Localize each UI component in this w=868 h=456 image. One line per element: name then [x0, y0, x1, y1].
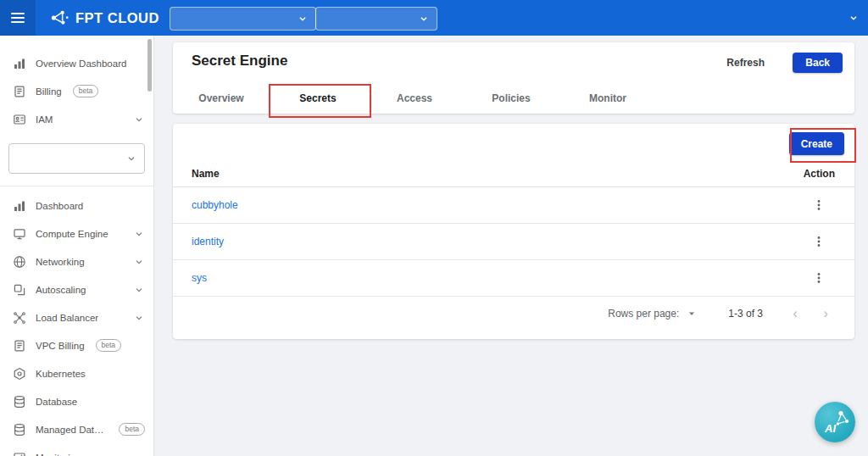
project-select[interactable] — [315, 7, 437, 31]
refresh-button[interactable]: Refresh — [726, 57, 765, 69]
name-column-header: Name — [192, 168, 220, 180]
billing-icon — [13, 85, 26, 98]
row-actions-kebab-icon[interactable] — [812, 235, 826, 248]
sidebar-item-label: Managed Database — [36, 425, 108, 435]
org-select[interactable] — [170, 7, 316, 31]
rows-per-page-caret-icon[interactable] — [686, 308, 698, 320]
next-page-icon[interactable]: › — [817, 305, 834, 322]
secret-engine-link-identity[interactable]: identity — [192, 236, 224, 247]
sidebar-item-label: Kubernetes — [36, 369, 86, 379]
sidebar-item-dashboard[interactable]: Dashboard — [0, 192, 153, 220]
previous-page-icon[interactable]: ‹ — [787, 305, 804, 322]
sidebar-item-label: Compute Engine — [36, 229, 108, 239]
table-header-row: Name Action — [173, 161, 854, 187]
secret-engine-link-sys[interactable]: sys — [192, 272, 207, 284]
database-icon — [13, 395, 26, 409]
workspace-select[interactable] — [8, 143, 145, 174]
panel-toolbar: Create — [173, 124, 854, 161]
sidebar-item-label: Overview Dashboard — [36, 58, 126, 69]
billing-icon — [13, 339, 26, 353]
row-actions-kebab-icon[interactable] — [812, 271, 826, 285]
sidebar-item-billing[interactable]: Billingbeta — [0, 77, 153, 105]
sidebar: Overview DashboardBillingbetaIAM Dashboa… — [0, 36, 154, 456]
sidebar-scrollbar[interactable] — [147, 39, 152, 92]
sidebar-item-iam[interactable]: IAM — [0, 105, 153, 133]
secrets-panel-card: Create Name Action cubbyholeidentitysys … — [173, 124, 854, 339]
secret-engine-link-cubbyhole[interactable]: cubbyhole — [192, 199, 238, 211]
back-button[interactable]: Back — [793, 53, 843, 73]
chevron-down-icon — [418, 13, 430, 25]
table-body: cubbyholeidentitysys — [173, 187, 854, 297]
sidebar-item-autoscaling[interactable]: Autoscaling — [0, 275, 153, 303]
hamburger-icon — [11, 13, 25, 23]
load-balancer-icon — [13, 311, 26, 325]
chevron-down-icon — [125, 153, 137, 164]
hamburger-menu-button[interactable] — [0, 0, 36, 36]
page-title: Secret Engine — [192, 53, 287, 70]
chevron-down-icon — [133, 284, 145, 296]
sidebar-menu-group: DashboardCompute EngineNetworkingAutosca… — [0, 192, 153, 456]
monitoring-icon — [13, 451, 26, 456]
autoscaling-icon — [13, 283, 26, 297]
chevron-down-icon — [133, 256, 145, 268]
database-icon — [13, 423, 26, 437]
beta-badge: beta — [73, 85, 99, 97]
sidebar-item-networking[interactable]: Networking — [0, 247, 153, 275]
beta-badge: beta — [119, 423, 145, 436]
sidebar-item-vpc-billing[interactable]: VPC Billingbeta — [0, 331, 153, 359]
beta-badge: beta — [96, 339, 122, 352]
table-row: cubbyhole — [173, 187, 854, 224]
tab-bar: OverviewSecretsAccessPoliciesMonitor — [173, 83, 656, 114]
chevron-down-icon — [297, 13, 309, 25]
action-column-header: Action — [804, 168, 835, 180]
sidebar-item-label: Autoscaling — [36, 285, 86, 295]
tab-policies[interactable]: Policies — [463, 83, 559, 114]
sidebar-item-compute-engine[interactable]: Compute Engine — [0, 220, 153, 247]
tab-access[interactable]: Access — [366, 83, 463, 114]
table-row: identity — [173, 224, 854, 260]
chevron-down-icon — [133, 114, 145, 125]
brand-logo[interactable]: FPT CLOUD — [47, 7, 159, 29]
sidebar-item-label: Dashboard — [36, 201, 83, 211]
create-button[interactable]: Create — [789, 132, 844, 155]
account-menu-caret[interactable] — [848, 12, 860, 24]
sidebar-item-label: Billing — [36, 86, 62, 97]
sidebar-item-monitoring[interactable]: Monitoring — [0, 443, 153, 456]
pagination-range-label: 1-3 of 3 — [728, 308, 763, 320]
fpt-cloud-logo-icon — [47, 7, 70, 29]
tab-monitor[interactable]: Monitor — [559, 83, 656, 114]
networking-icon — [13, 255, 26, 269]
sidebar-item-managed-database[interactable]: Managed Databasebeta — [0, 415, 153, 443]
compute-icon — [13, 227, 26, 241]
sidebar-item-label: Networking — [36, 257, 85, 267]
svg-text:AI: AI — [824, 422, 836, 435]
tab-overview[interactable]: Overview — [173, 83, 270, 114]
bar-chart-icon — [13, 57, 26, 70]
tab-secrets[interactable]: Secrets — [270, 83, 366, 114]
ai-assistant-button[interactable]: AI — [815, 402, 855, 442]
sidebar-divider — [0, 186, 153, 186]
sidebar-item-label: VPC Billing — [36, 341, 85, 351]
row-actions-kebab-icon[interactable] — [812, 198, 826, 212]
iam-icon — [13, 113, 26, 126]
ai-network-icon: AI — [815, 402, 855, 442]
sidebar-item-label: IAM — [36, 114, 53, 125]
chevron-down-icon — [133, 312, 145, 324]
sidebar-item-label: Load Balancer — [36, 313, 98, 323]
bar-chart-icon — [13, 199, 26, 213]
sidebar-item-label: Monitoring — [36, 453, 81, 456]
brand-name: FPT CLOUD — [75, 10, 159, 26]
kubernetes-icon — [13, 367, 26, 381]
top-bar: FPT CLOUD — [0, 0, 868, 36]
sidebar-item-database[interactable]: Database — [0, 387, 153, 415]
sidebar-item-load-balancer[interactable]: Load Balancer — [0, 303, 153, 331]
chevron-down-icon — [133, 228, 145, 240]
pagination-bar: Rows per page: 1-3 of 3 ‹ › — [173, 297, 854, 331]
sidebar-item-kubernetes[interactable]: Kubernetes — [0, 359, 153, 387]
table-row: sys — [173, 260, 854, 297]
sidebar-item-label: Database — [36, 397, 77, 407]
rows-per-page-label: Rows per page: — [608, 308, 679, 320]
sidebar-top-group: Overview DashboardBillingbetaIAM — [0, 49, 153, 133]
sidebar-item-overview-dashboard[interactable]: Overview Dashboard — [0, 49, 153, 77]
page-header-card: Secret Engine Refresh Back OverviewSecre… — [173, 42, 854, 114]
